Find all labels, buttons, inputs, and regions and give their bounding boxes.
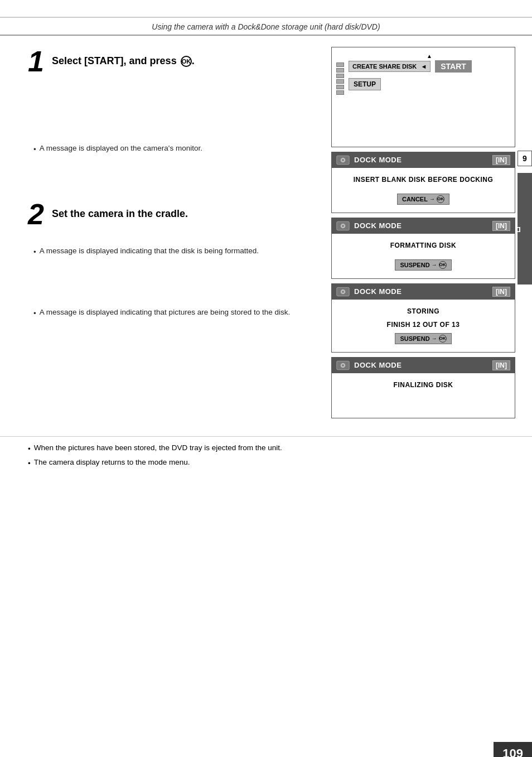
dock-screen4: DOCK MODE [IN] FINALIZING DISK [331, 357, 515, 418]
chapter-tab-label: Dock&Done functions [518, 179, 532, 279]
suspend-label1: SUSPEND [400, 262, 429, 268]
right-column: ▲ CREATE S [331, 47, 515, 420]
dock-screen1: DOCK MODE [IN] INSERT BLANK DISK BEFORE … [331, 152, 515, 213]
ok-circle1: OK [437, 195, 444, 203]
menu-screen-inner: ▲ CREATE S [336, 53, 510, 95]
dock-icon1 [336, 155, 350, 165]
svg-point-11 [342, 364, 344, 366]
header-title: Using the camera with a Dock&Done storag… [0, 18, 532, 35]
svg-point-5 [342, 225, 344, 226]
arrow-symbol3: → [432, 335, 437, 341]
left-bars [336, 62, 344, 95]
dock-mode-label1: DOCK MODE [354, 156, 402, 164]
step2-bullet2: • A message is displayed indicating that… [33, 307, 315, 319]
bar4 [336, 79, 344, 84]
dock-mode-label3: DOCK MODE [354, 287, 402, 296]
ok-button-symbol: OK [181, 56, 192, 67]
bottom-note2-text: The camera display returns to the mode m… [34, 457, 190, 468]
ok-circle3: OK [439, 335, 447, 343]
svg-text:Dock&Done functions: Dock&Done functions [518, 225, 521, 234]
dock-mode-label2: DOCK MODE [354, 221, 402, 230]
top-arrow: ▲ [349, 53, 510, 59]
chapter-tab: Dock&Done functions [518, 173, 532, 285]
create-share-box: CREATE SHARE DISK ◄ [349, 61, 431, 72]
create-share-label: CREATE SHARE DISK [352, 63, 417, 70]
bar1 [336, 62, 344, 67]
suspend-button1[interactable]: SUSPEND → OK [395, 259, 451, 271]
dock-mode-label4: DOCK MODE [354, 361, 402, 369]
dock-in-label3: [IN] [492, 287, 510, 297]
step1-number: 1 [28, 47, 44, 76]
suspend-button2[interactable]: SUSPEND → OK [395, 333, 451, 344]
chapter-tab-svg: Dock&Done functions [518, 179, 532, 279]
menu-right: CREATE SHARE DISK ◄ START SETUP [349, 60, 510, 90]
left-column: 1 Select [START], and press OK. • A mess… [28, 47, 320, 420]
bar2 [336, 68, 344, 73]
header-title-text: Using the camera with a Dock&Done storag… [152, 22, 380, 31]
start-box: START [435, 60, 472, 73]
step1-block: 1 Select [START], and press OK. • A mess… [28, 47, 315, 155]
bottom-note2: • The camera display returns to the mode… [28, 457, 504, 469]
dock-finish-label: FINISH 12 OUT OF 13 [387, 321, 460, 329]
step2-heading: 2 Set the camera in the cradle. [28, 200, 315, 229]
step2-bullet1-text: A message is displayed indicating that t… [40, 245, 259, 257]
page-container: Using the camera with a Dock&Done storag… [0, 17, 532, 757]
step2-bullet2-text: A message is displayed indicating that p… [40, 307, 291, 318]
bullet-dot2: • [33, 247, 36, 258]
dock-header3: DOCK MODE [IN] [332, 284, 515, 300]
dock-icon2 [336, 221, 350, 231]
dock-screen3: DOCK MODE [IN] STORING FINISH 12 OUT OF … [331, 283, 515, 353]
step1-bullet1-text: A message is displayed on the camera's m… [40, 143, 202, 154]
dock-screen2: DOCK MODE [IN] FORMATTING DISK SUSPEND →… [331, 218, 515, 279]
dock-in-label2: [IN] [492, 221, 510, 231]
main-content: 1 Select [START], and press OK. • A mess… [0, 36, 532, 431]
step2-bullets: • A message is displayed indicating that… [28, 245, 315, 320]
dock-header1: DOCK MODE [IN] [332, 152, 515, 168]
dock-header2: DOCK MODE [IN] [332, 218, 515, 234]
cancel-button[interactable]: CANCEL → OK [397, 194, 449, 205]
bullet-dot: • [33, 144, 36, 155]
step1-bullets: • A message is displayed on the camera's… [28, 93, 315, 155]
dock-message2: FORMATTING DISK [390, 242, 457, 249]
bottom-note1-text: When the pictures have been stored, the … [34, 442, 282, 454]
svg-point-2 [342, 159, 344, 161]
dock-in-label4: [IN] [492, 360, 510, 370]
dock-in-label1: [IN] [492, 155, 510, 165]
dock-body1: INSERT BLANK DISK BEFORE DOCKING CANCEL … [332, 168, 515, 213]
bottom-note1: • When the pictures have been stored, th… [28, 442, 504, 455]
chapter-number: 9 [518, 151, 532, 166]
menu-screen: ▲ CREATE S [331, 47, 515, 147]
setup-label: SETUP [354, 80, 376, 88]
start-label: START [441, 62, 466, 71]
bar6 [336, 90, 344, 95]
step2-bullet1: • A message is displayed indicating that… [33, 245, 315, 258]
setup-box: SETUP [349, 78, 381, 90]
bottom-bullet1: • [28, 443, 31, 455]
dock-finalizing-label: FINALIZING DISK [394, 381, 453, 389]
page-number-box: 109 [494, 742, 532, 757]
dock-storing-label: STORING [407, 307, 439, 315]
ok-circle2: OK [439, 261, 447, 269]
arrow-symbol2: → [432, 262, 437, 268]
dock-message1: INSERT BLANK DISK BEFORE DOCKING [354, 176, 494, 184]
bar3 [336, 74, 344, 78]
svg-point-8 [342, 291, 344, 292]
step2-block: 2 Set the camera in the cradle. • A mess… [28, 200, 315, 320]
bottom-bullet2: • [28, 458, 31, 469]
dock-header4: DOCK MODE [IN] [332, 358, 515, 373]
page-number-text: 109 [502, 746, 523, 757]
dock-body4: FINALIZING DISK [332, 373, 515, 418]
page-number-area: 109 [0, 742, 532, 757]
arrow-symbol1: → [429, 196, 435, 202]
bullet-dot3: • [33, 308, 36, 319]
step2-number: 2 [28, 200, 44, 229]
bottom-notes: • When the pictures have been stored, th… [0, 436, 532, 483]
step1-title-text: Select [START], and press [52, 55, 177, 66]
step1-heading: 1 Select [START], and press OK. [28, 47, 315, 76]
dock-icon3 [336, 287, 350, 297]
dock-body2: FORMATTING DISK SUSPEND → OK [332, 234, 515, 278]
bar5 [336, 85, 344, 89]
dock-body3: STORING FINISH 12 OUT OF 13 SUSPEND → OK [332, 300, 515, 352]
step2-title: Set the camera in the cradle. [52, 208, 188, 220]
suspend-label2: SUSPEND [400, 335, 429, 342]
